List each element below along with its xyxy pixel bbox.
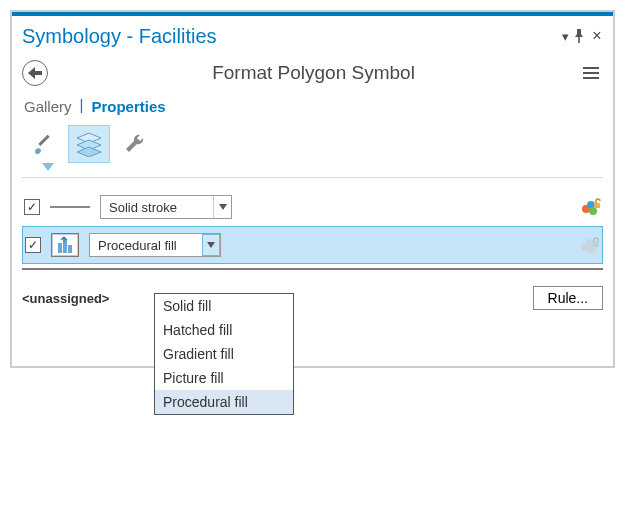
fill-option-hatched[interactable]: Hatched fill <box>155 318 293 342</box>
tab-separator: | <box>80 96 84 117</box>
tab-gallery[interactable]: Gallery <box>22 96 74 117</box>
fill-type-value: Procedural fill <box>90 238 202 253</box>
fill-type-dropdown[interactable]: Procedural fill <box>89 233 221 257</box>
chevron-down-icon[interactable] <box>202 234 220 256</box>
rule-assignment-row: <unassigned> Rule... <box>12 270 613 366</box>
svg-rect-7 <box>68 245 72 253</box>
nav-heading: Format Polygon Symbol <box>48 62 579 84</box>
fill-swatch-icon <box>51 233 79 257</box>
svg-rect-11 <box>593 242 599 247</box>
fill-visibility-checkbox[interactable]: ✓ <box>25 237 41 253</box>
svg-point-3 <box>589 207 597 215</box>
layers-icon <box>74 131 104 157</box>
nav-row: Format Polygon Symbol <box>12 52 613 96</box>
stroke-type-dropdown[interactable]: Solid stroke <box>100 195 232 219</box>
stroke-layer-row[interactable]: ✓ Solid stroke <box>22 188 603 226</box>
selected-indicator-icon <box>42 163 54 171</box>
fill-option-solid[interactable]: Solid fill <box>155 294 293 318</box>
properties-toolbar <box>12 117 613 171</box>
menu-icon[interactable] <box>579 67 603 79</box>
rule-button[interactable]: Rule... <box>533 286 603 310</box>
symbol-layers: ✓ Solid stroke ✓ <box>12 178 613 264</box>
svg-rect-4 <box>594 203 600 208</box>
fill-type-dropdown-list: Solid fill Hatched fill Gradient fill Pi… <box>154 293 294 378</box>
rule-assignment-label: <unassigned> <box>22 291 109 306</box>
close-icon[interactable]: × <box>589 27 605 45</box>
color-lock-icon[interactable] <box>578 235 600 255</box>
tab-properties[interactable]: Properties <box>89 96 167 117</box>
pane-title: Symbology - Facilities <box>22 25 557 48</box>
symbology-pane: Symbology - Facilities ▾ × Format Polygo… <box>10 10 615 368</box>
stroke-swatch-icon <box>50 206 90 208</box>
fill-layer-row[interactable]: ✓ Procedural fill <box>22 226 603 264</box>
pane-titlebar: Symbology - Facilities ▾ × <box>12 12 613 52</box>
fill-option-picture[interactable]: Picture fill <box>155 366 293 378</box>
tab-strip: Gallery | Properties <box>12 96 613 117</box>
color-unlock-icon[interactable] <box>579 197 601 217</box>
pin-icon[interactable] <box>573 29 589 43</box>
chevron-down-icon[interactable] <box>213 196 231 218</box>
svg-rect-0 <box>38 135 49 146</box>
stroke-visibility-checkbox[interactable]: ✓ <box>24 199 40 215</box>
brush-icon <box>30 131 56 157</box>
svg-rect-5 <box>58 243 62 253</box>
back-button[interactable] <box>22 60 48 86</box>
options-dropdown-icon[interactable]: ▾ <box>557 29 573 44</box>
stroke-type-value: Solid stroke <box>101 200 213 215</box>
wrench-button[interactable] <box>114 125 156 163</box>
layers-button[interactable] <box>68 125 110 163</box>
wrench-icon <box>122 131 148 157</box>
brush-button[interactable] <box>22 125 64 163</box>
fill-option-gradient[interactable]: Gradient fill <box>155 342 293 366</box>
